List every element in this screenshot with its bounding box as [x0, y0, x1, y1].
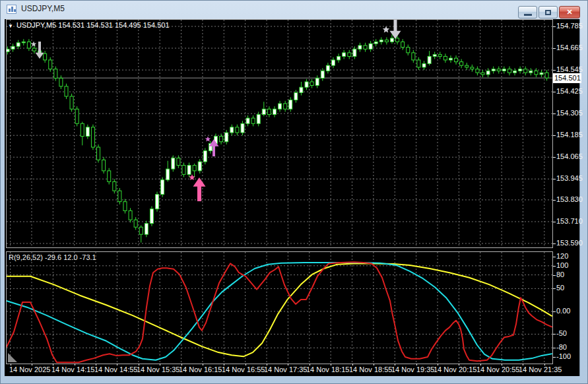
candle-body-bull	[273, 109, 277, 114]
main-chart-pane[interactable]	[6, 19, 553, 248]
time-axis-label: 14 Nov 18:55	[349, 366, 392, 373]
candle	[156, 192, 159, 212]
minimize-button[interactable]	[518, 6, 537, 18]
candle	[433, 52, 436, 59]
candle	[230, 125, 234, 136]
candle	[241, 121, 244, 135]
candle-body-bear	[524, 69, 527, 73]
signal-star	[205, 137, 211, 142]
candle-body-bull	[145, 224, 148, 235]
candle-body-bull	[262, 109, 265, 114]
indicator-axis-tick	[553, 348, 556, 348]
candle	[343, 50, 346, 59]
candle-body-bear	[129, 210, 132, 220]
candle-body-bear	[118, 191, 121, 202]
price-axis-tick	[553, 70, 556, 71]
candle-body-bull	[492, 69, 495, 71]
candle	[262, 102, 265, 116]
indicator-axis-tick	[553, 334, 556, 335]
chart-ohlc-header: ▼USDJPY,M5 154.531 154.531 154.495 154.5…	[8, 21, 170, 29]
header-ohlc-values: 154.531 154.531 154.495 154.501	[58, 21, 169, 29]
candle-body-bull	[390, 38, 393, 42]
candle-body-bull	[540, 73, 543, 75]
restore-button[interactable]	[539, 6, 558, 18]
candle	[465, 63, 469, 70]
indicator-axis-tick	[553, 275, 556, 276]
candle	[166, 161, 170, 182]
candle	[289, 97, 292, 112]
candle-body-bull	[486, 71, 490, 75]
close-button[interactable]: ✕	[559, 6, 580, 18]
candle	[417, 57, 420, 70]
candle	[246, 115, 249, 127]
candle	[379, 38, 383, 45]
candle	[54, 67, 57, 81]
indicator-axis-tick	[553, 257, 556, 257]
candle	[315, 75, 319, 88]
candle	[187, 162, 191, 177]
candle	[449, 55, 452, 63]
candle-body-bear	[49, 60, 52, 69]
chart-window-icon[interactable]	[7, 5, 16, 14]
candle	[471, 65, 474, 72]
candle	[22, 39, 25, 46]
candle-body-bull	[257, 115, 260, 124]
candle	[284, 101, 287, 112]
candle-body-bear	[27, 42, 30, 48]
indicator-pane[interactable]	[6, 251, 553, 364]
candle	[32, 46, 36, 53]
candle-body-bear	[220, 137, 223, 142]
candle	[97, 144, 100, 163]
candle-body-bull	[225, 133, 228, 142]
candle-body-bull	[203, 151, 207, 162]
indicator-axis-label: -100	[556, 352, 571, 360]
candle	[70, 94, 73, 112]
indicator-axis-label: 120	[556, 252, 568, 260]
candle-body-bull	[353, 49, 356, 56]
candle-body-bear	[348, 53, 351, 57]
candle-body-bear	[108, 171, 111, 182]
price-axis-label: 154.665	[556, 44, 583, 51]
chart-window: USDJPY,M5 ✕ ▼USDJPY,M5 154.531 154.531 1…	[0, 0, 588, 384]
candle	[422, 61, 426, 70]
window-title: USDJPY,M5	[21, 4, 65, 13]
candle-body-bull	[161, 180, 164, 195]
candle-body-bull	[321, 71, 324, 78]
candle	[529, 68, 533, 75]
candle-body-bull	[379, 40, 383, 42]
candle-body-bear	[236, 127, 239, 133]
candle	[348, 50, 351, 59]
candle-body-bear	[284, 104, 287, 109]
candle-body-bull	[86, 127, 89, 137]
candle	[86, 125, 89, 139]
candle	[150, 207, 153, 226]
indicator-axis-label: 50	[556, 284, 564, 292]
candle	[65, 84, 68, 99]
candle-body-bear	[507, 69, 511, 73]
time-axis-label: 14 Nov 20:55	[476, 366, 519, 373]
signal-arrow-down	[36, 42, 44, 59]
time-axis-label: 14 Nov 15:35	[137, 366, 180, 373]
candle-body-bull	[246, 118, 249, 123]
candle	[358, 43, 362, 52]
candle	[310, 79, 313, 88]
candle-body-bear	[465, 65, 469, 67]
candle-body-bull	[241, 123, 244, 133]
time-axis-label: 14 Nov 2025	[9, 366, 50, 373]
price-axis-label: 154.185	[556, 131, 583, 139]
candle	[161, 177, 164, 197]
candle	[513, 68, 517, 75]
candle-body-bear	[97, 147, 100, 160]
candle-body-bear	[385, 40, 388, 42]
indicator-label: R(9,26,52) -29.6 12.0 -73.1	[9, 253, 96, 261]
title-bar[interactable]	[3, 3, 585, 19]
candle	[123, 199, 127, 214]
symbol-dropdown-icon[interactable]: ▼	[8, 23, 13, 29]
candle-body-bear	[535, 71, 538, 75]
candle	[257, 112, 260, 126]
candle	[203, 148, 207, 164]
time-axis-label: 14 Nov 19:35	[391, 366, 434, 373]
candle	[407, 45, 410, 56]
candle-body-bear	[481, 73, 484, 75]
time-axis-label: 14 Nov 14:15	[51, 366, 94, 373]
